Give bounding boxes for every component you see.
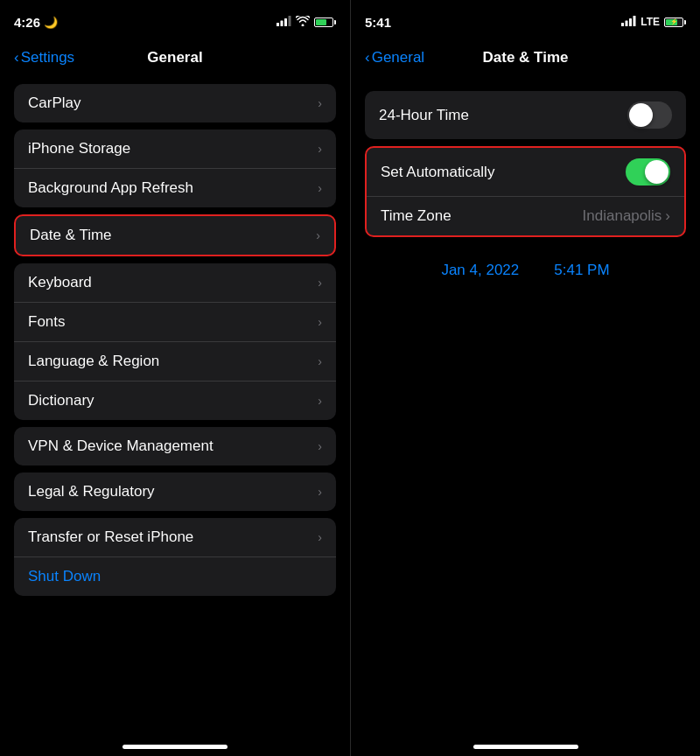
svg-rect-7 [634,16,636,26]
scroll-area-left: CarPlay › iPhone Storage › Background Ap… [0,77,350,739]
battery-icon-left [314,18,336,27]
svg-rect-0 [276,23,279,26]
carplay-item[interactable]: CarPlay › [14,84,336,122]
status-time-right: 5:41 [365,15,391,30]
transfer-group: Transfer or Reset iPhone › Shut Down [14,518,336,596]
keyboard-item[interactable]: Keyboard › [14,263,336,303]
time-display: 5:41 PM [554,262,609,279]
hour24-label: 24-Hour Time [379,107,469,124]
date-display: Jan 4, 2022 [441,262,519,279]
legal-label: Legal & Regulatory [28,483,155,500]
set-auto-item: Set Automatically [367,148,684,196]
date-time-group: Date & Time › [14,214,336,256]
nav-bar-left: ‹ Settings General [0,38,350,77]
fonts-label: Fonts [28,313,66,331]
back-label-left[interactable]: Settings [21,49,74,66]
timezone-chevron: › [665,207,670,225]
legal-chevron: › [318,485,322,499]
keyboard-chevron: › [318,276,322,290]
language-region-chevron: › [318,354,322,368]
svg-rect-2 [284,18,287,26]
signal-icon [276,14,291,30]
shutdown-item[interactable]: Shut Down [14,557,336,596]
wifi-icon [296,14,310,30]
legal-group: Legal & Regulatory › [14,472,336,511]
date-time-chevron: › [316,228,320,242]
status-bar-right: 5:41 LTE ⚡ [351,0,700,38]
background-app-refresh-item[interactable]: Background App Refresh › [14,169,336,207]
status-time-left: 4:26 🌙 [14,15,58,30]
iphone-storage-item[interactable]: iPhone Storage › [14,130,336,169]
hour24-group: 24-Hour Time [365,91,686,139]
page-title-right: Date & Time [483,49,569,66]
storage-group: iPhone Storage › Background App Refresh … [14,130,336,207]
dictionary-label: Dictionary [28,392,94,410]
left-panel: 4:26 🌙 [0,0,350,756]
svg-rect-3 [289,16,291,26]
vpn-group: VPN & Device Management › [14,427,336,466]
carplay-label: CarPlay [28,94,80,112]
moon-icon: 🌙 [44,16,58,29]
lte-label: LTE [640,16,660,28]
status-icons-left [276,14,336,30]
transfer-chevron: › [318,530,322,544]
battery-icon-right: ⚡ [664,18,686,27]
timezone-item[interactable]: Time Zone Indianapolis › [367,196,684,235]
status-bar-left: 4:26 🌙 [0,0,350,38]
keyboard-group: Keyboard › Fonts › Language & Region › D… [14,263,336,420]
date-time-label: Date & Time [30,227,112,244]
right-content: 24-Hour Time Set Automatically Time Zone… [351,77,700,739]
page-title-left: General [147,49,202,66]
keyboard-label: Keyboard [28,274,92,291]
date-time-item[interactable]: Date & Time › [16,216,334,255]
set-auto-group: Set Automatically Time Zone Indianapolis… [365,146,686,237]
set-auto-label: Set Automatically [381,164,494,181]
chevron-left-icon-right: ‹ [365,49,370,66]
svg-rect-4 [621,23,624,26]
status-icons-right: LTE ⚡ [621,16,686,29]
set-auto-toggle[interactable] [626,158,670,186]
home-indicator-left [122,745,228,749]
dictionary-item[interactable]: Dictionary › [14,382,336,420]
back-button-right[interactable]: ‹ General [365,49,424,66]
transfer-reset-label: Transfer or Reset iPhone [28,528,193,546]
carplay-chevron: › [318,96,322,110]
signal-icon-right [621,16,636,29]
back-label-right[interactable]: General [372,49,424,66]
vpn-item[interactable]: VPN & Device Management › [14,427,336,466]
carplay-group: CarPlay › [14,84,336,122]
transfer-reset-item[interactable]: Transfer or Reset iPhone › [14,518,336,557]
toggle-knob-set-auto [645,160,668,184]
back-button-left[interactable]: ‹ Settings [14,49,74,66]
background-app-chevron: › [318,181,322,195]
timezone-value: Indianapolis [583,207,662,225]
svg-rect-5 [626,20,628,26]
hour24-item: 24-Hour Time [365,91,686,139]
fonts-item[interactable]: Fonts › [14,303,336,342]
nav-bar-right: ‹ General Date & Time [351,38,700,77]
language-region-label: Language & Region [28,353,159,370]
timezone-value-group: Indianapolis › [583,207,670,225]
timezone-label: Time Zone [381,207,452,225]
datetime-display: Jan 4, 2022 5:41 PM [351,244,700,297]
iphone-storage-label: iPhone Storage [28,140,130,158]
language-region-item[interactable]: Language & Region › [14,342,336,382]
iphone-storage-chevron: › [318,142,322,156]
background-app-refresh-label: Background App Refresh [28,179,193,197]
hour24-toggle[interactable] [627,102,672,129]
home-indicator-right [473,745,578,749]
svg-rect-6 [629,18,632,26]
fonts-chevron: › [318,315,322,329]
right-panel: 5:41 LTE ⚡ ‹ Genera [350,0,700,756]
svg-rect-1 [281,21,284,27]
toggle-knob-hour24 [629,103,653,127]
shutdown-label: Shut Down [28,568,101,585]
legal-item[interactable]: Legal & Regulatory › [14,472,336,511]
vpn-chevron: › [318,439,322,453]
dictionary-chevron: › [318,394,322,408]
chevron-left-icon: ‹ [14,49,19,66]
vpn-label: VPN & Device Management [28,438,214,455]
time-left: 4:26 [14,15,40,30]
